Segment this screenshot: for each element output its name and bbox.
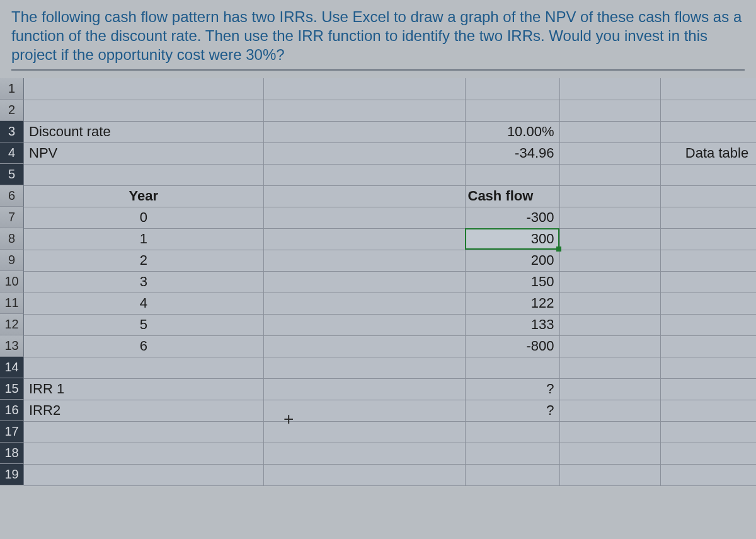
cell[interactable] <box>263 121 465 142</box>
cell[interactable] <box>24 443 263 464</box>
cell[interactable] <box>24 78 263 100</box>
cashflow-cell[interactable]: 150 <box>465 271 559 293</box>
cell[interactable] <box>263 142 465 164</box>
year-cell[interactable]: 0 <box>24 207 263 228</box>
cell[interactable] <box>559 443 660 464</box>
cell[interactable] <box>263 228 465 250</box>
cell[interactable] <box>660 357 756 378</box>
row-header[interactable]: 14 <box>0 357 24 378</box>
irr2-label[interactable]: IRR2 <box>24 400 263 421</box>
cell[interactable] <box>263 443 465 464</box>
year-cell[interactable]: 4 <box>24 293 263 314</box>
cell[interactable] <box>660 164 756 185</box>
row-header[interactable]: 5 <box>0 164 24 185</box>
row-header[interactable]: 15 <box>0 378 24 400</box>
cell[interactable] <box>660 421 756 443</box>
cell[interactable] <box>465 100 559 121</box>
cell[interactable] <box>660 250 756 271</box>
cell[interactable] <box>263 250 465 271</box>
row-header[interactable]: 2 <box>0 100 24 121</box>
cell[interactable] <box>559 207 660 228</box>
row-header[interactable]: 10 <box>0 271 24 293</box>
cashflow-cell[interactable]: -800 <box>465 335 559 357</box>
year-cell[interactable]: 2 <box>24 250 263 271</box>
cell[interactable] <box>263 314 465 335</box>
cell[interactable] <box>24 357 263 378</box>
cell[interactable] <box>263 464 465 485</box>
row-header[interactable]: 19 <box>0 464 24 485</box>
cell[interactable] <box>263 78 465 100</box>
cashflow-cell[interactable]: 200 <box>465 250 559 271</box>
cell[interactable] <box>263 293 465 314</box>
cell[interactable] <box>559 121 660 142</box>
cell[interactable] <box>24 100 263 121</box>
cell[interactable] <box>660 228 756 250</box>
row-header[interactable]: 7 <box>0 207 24 228</box>
cell[interactable] <box>24 421 263 443</box>
cell[interactable] <box>660 335 756 357</box>
row-header[interactable]: 9 <box>0 250 24 271</box>
row-header[interactable]: 3 <box>0 121 24 142</box>
cell[interactable] <box>660 185 756 207</box>
cell[interactable] <box>263 378 465 400</box>
cashflow-cell[interactable]: 133 <box>465 314 559 335</box>
cell[interactable] <box>660 443 756 464</box>
cell[interactable] <box>660 100 756 121</box>
cell[interactable] <box>660 400 756 421</box>
cell[interactable] <box>263 271 465 293</box>
discount-rate-value[interactable]: 10.00% <box>465 121 559 142</box>
cell[interactable] <box>660 78 756 100</box>
cell[interactable] <box>465 421 559 443</box>
row-header[interactable]: 6 <box>0 185 24 207</box>
cell[interactable] <box>660 293 756 314</box>
cell[interactable] <box>24 464 263 485</box>
year-cell[interactable]: 3 <box>24 271 263 293</box>
cell[interactable] <box>660 314 756 335</box>
cell[interactable] <box>263 335 465 357</box>
irr1-value[interactable]: ? <box>465 378 559 400</box>
discount-rate-label[interactable]: Discount rate <box>24 121 263 142</box>
cell[interactable] <box>465 443 559 464</box>
row-header[interactable]: 12 <box>0 314 24 335</box>
cell[interactable] <box>559 271 660 293</box>
cell[interactable] <box>263 357 465 378</box>
year-cell[interactable]: 5 <box>24 314 263 335</box>
row-header[interactable]: 13 <box>0 335 24 357</box>
data-table-link[interactable]: Data table <box>660 142 756 164</box>
cell[interactable] <box>465 357 559 378</box>
year-cell[interactable]: 1 <box>24 228 263 250</box>
cell[interactable] <box>559 142 660 164</box>
cell[interactable] <box>559 378 660 400</box>
cashflow-cell[interactable]: -300 <box>465 207 559 228</box>
cell[interactable] <box>559 357 660 378</box>
cell[interactable] <box>559 464 660 485</box>
row-header[interactable]: 17 <box>0 421 24 443</box>
row-header[interactable]: 4 <box>0 142 24 164</box>
cell[interactable] <box>263 100 465 121</box>
cell[interactable] <box>263 421 465 443</box>
row-header[interactable]: 11 <box>0 293 24 314</box>
cashflow-header[interactable]: Cash flow <box>465 185 559 207</box>
npv-label[interactable]: NPV <box>24 142 263 164</box>
cell[interactable] <box>559 250 660 271</box>
cell[interactable] <box>465 464 559 485</box>
cell[interactable] <box>559 100 660 121</box>
year-header[interactable]: Year <box>24 185 263 207</box>
cell[interactable] <box>559 335 660 357</box>
irr1-label[interactable]: IRR 1 <box>24 378 263 400</box>
cashflow-cell[interactable]: 122 <box>465 293 559 314</box>
cell[interactable] <box>263 207 465 228</box>
cell[interactable] <box>559 314 660 335</box>
cell[interactable] <box>559 400 660 421</box>
row-header[interactable]: 8 <box>0 228 24 250</box>
cell[interactable] <box>559 228 660 250</box>
row-header[interactable]: 18 <box>0 443 24 464</box>
year-cell[interactable]: 6 <box>24 335 263 357</box>
irr2-value[interactable]: ? <box>465 400 559 421</box>
cashflow-cell-active[interactable]: 300 <box>465 228 559 250</box>
row-header[interactable]: 1 <box>0 78 24 100</box>
cell[interactable] <box>465 78 559 100</box>
cell[interactable] <box>559 293 660 314</box>
cell[interactable] <box>465 164 559 185</box>
cell[interactable] <box>660 271 756 293</box>
